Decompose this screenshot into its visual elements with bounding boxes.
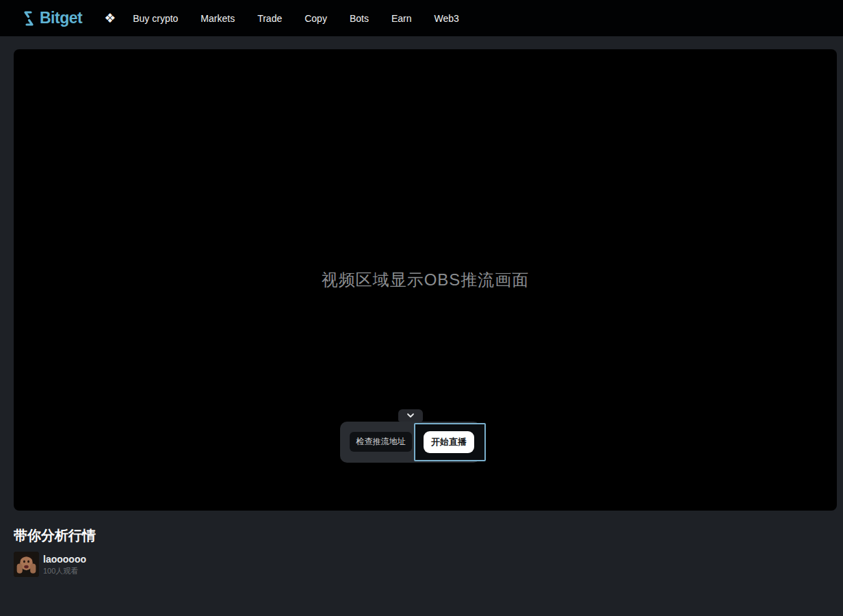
- nav-item-web3[interactable]: Web3: [435, 13, 459, 24]
- streamer-row: laoooooo 100人观看: [14, 552, 86, 577]
- start-live-button[interactable]: 开始直播: [424, 431, 474, 453]
- apps-grid-icon[interactable]: ❖: [104, 12, 116, 25]
- viewer-count: 100人观看: [43, 566, 86, 576]
- nav-item-copy[interactable]: Copy: [304, 13, 327, 24]
- streamer-name: laoooooo: [43, 554, 86, 565]
- check-stream-url-button[interactable]: 检查推流地址: [350, 432, 412, 452]
- nav-item-earn[interactable]: Earn: [391, 13, 412, 24]
- main-nav: Buy crypto Markets Trade Copy Bots Earn …: [133, 13, 459, 24]
- bitget-logo[interactable]: Bitget: [21, 9, 82, 27]
- nav-item-buy-crypto[interactable]: Buy crypto: [133, 13, 178, 24]
- video-placeholder-text: 视频区域显示OBS推流画面: [322, 269, 530, 291]
- nav-item-trade[interactable]: Trade: [257, 13, 282, 24]
- bitget-logo-icon: [21, 10, 37, 27]
- bitget-logo-text: Bitget: [40, 9, 82, 27]
- stream-title: 带你分析行情: [14, 526, 96, 545]
- top-nav: Bitget ❖ Buy crypto Markets Trade Copy B…: [0, 0, 843, 36]
- nav-item-bots[interactable]: Bots: [350, 13, 369, 24]
- streamer-avatar-image: [14, 552, 39, 577]
- nav-item-markets[interactable]: Markets: [200, 13, 235, 24]
- chevron-down-icon: [406, 413, 415, 418]
- collapse-controls-button[interactable]: [398, 409, 423, 422]
- streamer-meta: laoooooo 100人观看: [43, 552, 86, 576]
- streamer-avatar[interactable]: [14, 552, 39, 577]
